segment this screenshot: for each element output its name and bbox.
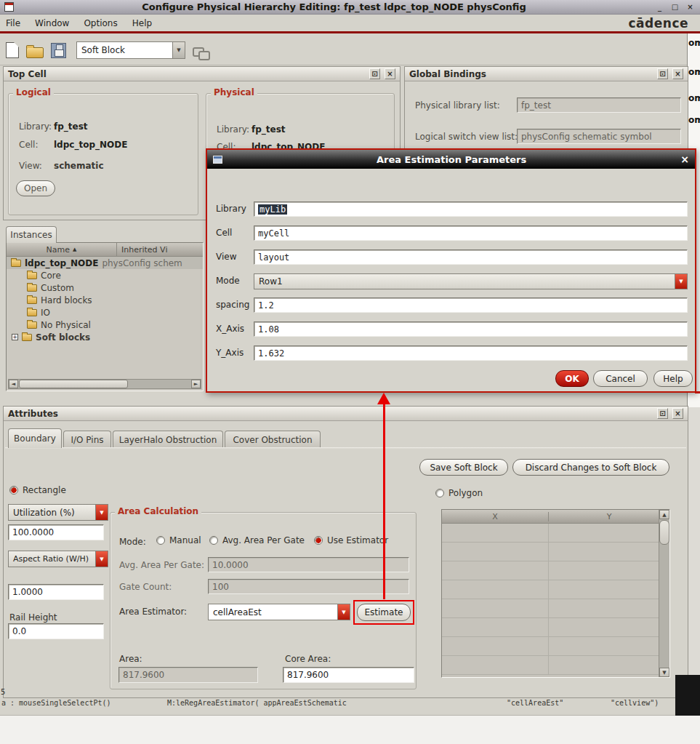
chevron-down-icon[interactable]: ▼ bbox=[95, 505, 108, 520]
new-file-icon[interactable] bbox=[6, 42, 19, 58]
utilization-selector[interactable]: Utilization (%) ▼ bbox=[8, 504, 108, 521]
mode-avg-area-radio[interactable]: Avg. Area Per Gate bbox=[209, 535, 305, 545]
table-cell bbox=[549, 580, 659, 599]
radio-label: Manual bbox=[169, 535, 201, 545]
column-header-inherited-view[interactable]: Inherited Vi bbox=[117, 243, 203, 256]
table-row[interactable] bbox=[442, 637, 659, 656]
tree-row-soft-blocks[interactable]: + Soft blocks bbox=[7, 331, 203, 343]
scrollbar-thumb[interactable] bbox=[659, 520, 669, 545]
menu-window[interactable]: Window bbox=[35, 18, 69, 28]
tab-layerhalo-obstruction[interactable]: LayerHalo Obstruction bbox=[113, 431, 223, 448]
menu-file[interactable]: File bbox=[6, 18, 20, 28]
column-header-y[interactable]: Y bbox=[549, 512, 669, 521]
tab-content-divider bbox=[5, 447, 686, 449]
tree-row-root[interactable]: ldpc_top_NODE physConfig schem bbox=[7, 257, 203, 269]
window-titlebar[interactable]: Configure Physical Hierarchy Editing: fp… bbox=[0, 0, 700, 15]
menu-help[interactable]: Help bbox=[132, 18, 152, 28]
close-panel-icon[interactable]: × bbox=[385, 68, 395, 79]
chevron-down-icon[interactable]: ▼ bbox=[95, 551, 108, 567]
view-input[interactable]: layout bbox=[254, 249, 688, 265]
physical-library-list-field[interactable]: fp_test bbox=[517, 97, 681, 113]
tab-io-pins[interactable]: I/O Pins bbox=[63, 431, 111, 448]
utilization-input[interactable]: 100.0000 bbox=[8, 524, 104, 540]
logical-switch-view-field[interactable]: physConfig schematic symbol bbox=[517, 129, 681, 144]
scroll-right-icon[interactable]: ► bbox=[191, 380, 201, 388]
mode-manual-radio[interactable]: Manual bbox=[156, 535, 201, 545]
save-icon[interactable] bbox=[51, 43, 66, 58]
float-panel-icon[interactable]: ⊡ bbox=[657, 408, 668, 419]
tab-label: I/O Pins bbox=[71, 435, 103, 445]
help-button[interactable]: Help bbox=[653, 370, 693, 387]
open-folder-icon[interactable] bbox=[26, 47, 44, 58]
chevron-down-icon[interactable]: ▼ bbox=[675, 274, 687, 289]
chevron-down-icon[interactable]: ▼ bbox=[172, 42, 185, 58]
tab-instances[interactable]: Instances bbox=[6, 226, 57, 243]
polygon-radio[interactable]: Polygon bbox=[435, 488, 483, 498]
scroll-up-icon[interactable]: ▲ bbox=[659, 510, 669, 519]
table-row[interactable] bbox=[442, 599, 659, 618]
rectangle-radio[interactable]: Rectangle bbox=[9, 485, 66, 495]
float-panel-icon[interactable]: ⊡ bbox=[657, 68, 668, 79]
link-icon[interactable] bbox=[193, 46, 209, 59]
expand-plus-icon[interactable]: + bbox=[12, 334, 18, 340]
top-cell-panel-header[interactable]: Top Cell ⊡ × bbox=[4, 67, 400, 81]
mode-combo[interactable]: Row1 ▼ bbox=[254, 273, 688, 289]
field-value: 100.0000 bbox=[12, 527, 54, 537]
ok-button[interactable]: OK bbox=[555, 370, 589, 387]
table-row[interactable] bbox=[442, 618, 659, 637]
x-axis-input[interactable]: 1.08 bbox=[254, 321, 688, 337]
table-row[interactable] bbox=[442, 524, 659, 543]
column-header-x[interactable]: X bbox=[442, 512, 549, 521]
tree-row[interactable]: Custom bbox=[7, 281, 203, 294]
discard-changes-button[interactable]: Discard Changes to Soft Block bbox=[512, 459, 669, 476]
tree-hscrollbar[interactable]: ◄ ► bbox=[8, 379, 201, 389]
minimize-icon[interactable]: _ bbox=[654, 1, 665, 12]
tree-row[interactable]: No Physical bbox=[7, 319, 203, 331]
spacing-input[interactable]: 1.2 bbox=[254, 297, 688, 313]
tab-label: Boundary bbox=[14, 433, 56, 444]
global-bindings-panel-header[interactable]: Global Bindings ⊡ × bbox=[405, 67, 688, 81]
close-icon[interactable]: × bbox=[685, 1, 696, 12]
scroll-left-icon[interactable]: ◄ bbox=[9, 380, 18, 388]
view-label: View: bbox=[19, 161, 42, 171]
maximize-icon[interactable]: □ bbox=[669, 1, 680, 12]
y-axis-input[interactable]: 1.632 bbox=[254, 345, 688, 361]
rail-height-input[interactable]: 0.0 bbox=[8, 623, 104, 639]
scroll-down-icon[interactable]: ▼ bbox=[659, 668, 669, 677]
aspect-ratio-selector[interactable]: Aspect Ratio (W/H) ▼ bbox=[8, 551, 108, 567]
aspect-ratio-input[interactable]: 1.0000 bbox=[8, 584, 104, 600]
chevron-down-icon[interactable]: ▼ bbox=[337, 604, 350, 620]
core-area-field[interactable]: 817.9600 bbox=[283, 667, 414, 683]
table-row[interactable] bbox=[442, 561, 659, 580]
open-button[interactable]: Open bbox=[16, 180, 55, 196]
tab-cover-obstruction[interactable]: Cover Obstruction bbox=[225, 431, 321, 448]
table-cell bbox=[442, 543, 549, 561]
library-input[interactable]: myLib bbox=[254, 201, 688, 217]
close-panel-icon[interactable]: × bbox=[672, 68, 683, 79]
tab-boundary[interactable]: Boundary bbox=[8, 428, 62, 448]
close-panel-icon[interactable]: × bbox=[672, 408, 683, 419]
scrollbar-thumb[interactable] bbox=[19, 380, 128, 388]
mode-use-estimator-radio[interactable]: Use Estimator bbox=[314, 535, 388, 545]
cancel-button[interactable]: Cancel bbox=[593, 370, 648, 387]
combo-value: cellAreaEst bbox=[213, 607, 262, 617]
tree-row[interactable]: Hard blocks bbox=[7, 294, 203, 306]
area-estimator-combo[interactable]: cellAreaEst ▼ bbox=[208, 604, 350, 620]
menu-options[interactable]: Options bbox=[84, 18, 117, 28]
table-row[interactable] bbox=[442, 656, 659, 675]
float-panel-icon[interactable]: ⊡ bbox=[369, 68, 380, 79]
dialog-titlebar[interactable]: Area Estimation Parameters × bbox=[207, 150, 695, 169]
table-row[interactable] bbox=[442, 580, 659, 599]
tree-row[interactable]: IO bbox=[7, 306, 203, 319]
table-row[interactable] bbox=[442, 543, 659, 561]
mode-label: Mode: bbox=[119, 537, 146, 547]
dialog-close-icon[interactable]: × bbox=[680, 153, 689, 165]
table-cell bbox=[442, 524, 549, 542]
save-soft-block-button[interactable]: Save Soft Block bbox=[419, 459, 508, 476]
polygon-table-vscrollbar[interactable]: ▲ ▼ bbox=[659, 510, 669, 677]
cell-input[interactable]: myCell bbox=[254, 225, 688, 241]
block-type-combo[interactable]: Soft Block ▼ bbox=[76, 41, 185, 59]
tree-row[interactable]: Core bbox=[7, 269, 203, 281]
column-header-name[interactable]: Name ▲ bbox=[7, 243, 117, 256]
attributes-panel-header[interactable]: Attributes ⊡ × bbox=[4, 407, 688, 421]
